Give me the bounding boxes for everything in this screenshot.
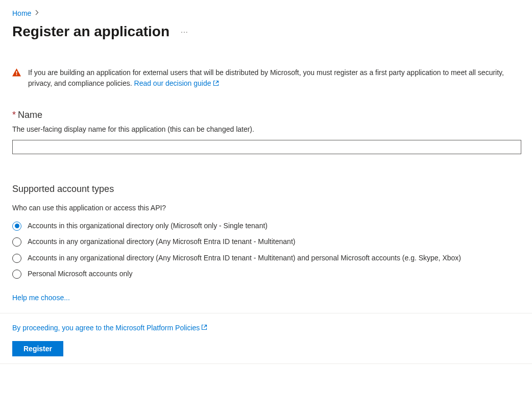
radio-icon: [12, 237, 21, 247]
breadcrumb: Home: [12, 9, 520, 17]
decision-guide-link[interactable]: Read our decision guide: [134, 79, 219, 87]
radio-multitenant[interactable]: Accounts in any organizational directory…: [12, 237, 520, 247]
breadcrumb-home-link[interactable]: Home: [12, 9, 31, 17]
footer: By proceeding, you agree to the Microsof…: [12, 313, 520, 356]
ellipsis-icon: ···: [181, 28, 188, 36]
info-banner: If you are building an application for e…: [12, 67, 520, 89]
chevron-right-icon: [35, 10, 39, 17]
name-field: *Name The user-facing display name for t…: [12, 110, 520, 154]
platform-policies-link[interactable]: By proceeding, you agree to the Microsof…: [12, 324, 207, 332]
banner-message: If you are building an application for e…: [28, 68, 504, 87]
external-link-icon: [201, 324, 207, 332]
account-types-question: Who can use this application or access t…: [12, 204, 520, 212]
account-types-radio-group: Accounts in this organizational director…: [12, 221, 520, 279]
radio-personal-only[interactable]: Personal Microsoft accounts only: [12, 269, 520, 279]
radio-label: Accounts in any organizational directory…: [28, 253, 461, 263]
radio-icon: [12, 254, 21, 263]
required-indicator: *: [12, 110, 16, 120]
name-input[interactable]: [12, 140, 521, 154]
banner-text: If you are building an application for e…: [28, 67, 520, 89]
name-description: The user-facing display name for this ap…: [12, 125, 520, 135]
help-me-choose-link[interactable]: Help me choose...: [12, 294, 70, 302]
svg-rect-0: [16, 71, 17, 74]
radio-label: Personal Microsoft accounts only: [28, 269, 132, 279]
radio-icon: [12, 270, 21, 279]
radio-label: Accounts in any organizational directory…: [28, 237, 295, 247]
account-types-section: Supported account types Who can use this…: [12, 184, 520, 302]
name-label: *Name: [12, 110, 520, 120]
external-link-icon: [213, 79, 219, 89]
title-row: Register an application ···: [12, 23, 520, 40]
svg-rect-1: [16, 74, 17, 75]
more-actions-button[interactable]: ···: [178, 27, 191, 37]
radio-label: Accounts in this organizational director…: [28, 221, 268, 231]
page-title: Register an application: [12, 23, 170, 40]
divider: [0, 363, 532, 364]
register-button[interactable]: Register: [12, 341, 63, 356]
radio-multitenant-personal[interactable]: Accounts in any organizational directory…: [12, 253, 520, 263]
radio-single-tenant[interactable]: Accounts in this organizational director…: [12, 221, 520, 231]
warning-icon: [12, 68, 21, 78]
radio-icon: [12, 222, 21, 231]
account-types-title: Supported account types: [12, 184, 520, 195]
